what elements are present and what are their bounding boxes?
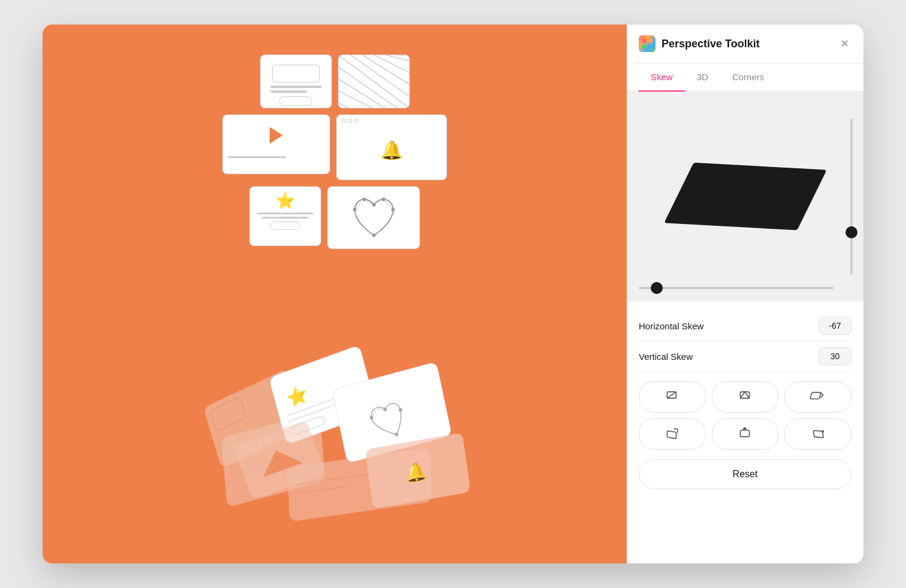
action-btn-2[interactable]: [712, 381, 779, 413]
bell-icon: 🔔: [380, 140, 403, 160]
wf-card-heart: [327, 186, 420, 249]
iso-section: ⭐: [43, 318, 627, 545]
action-btn-4[interactable]: [639, 419, 706, 450]
tab-skew[interactable]: Skew: [639, 63, 685, 92]
horizontal-skew-label: Horizontal Skew: [639, 321, 703, 331]
wireframe-grid: 🔔 ⭐: [222, 54, 447, 249]
wf-card-star: ⭐: [249, 186, 321, 246]
tab-3d[interactable]: 3D: [685, 63, 720, 92]
star-icon: ⭐: [276, 192, 295, 210]
vertical-slider[interactable]: [850, 104, 853, 289]
action-icon-5: [737, 426, 753, 442]
wf-card-text: [260, 54, 332, 108]
vertical-slider-thumb[interactable]: [845, 226, 857, 238]
skewed-preview-rect: [664, 163, 827, 231]
svg-point-14: [363, 198, 366, 201]
svg-line-3: [375, 55, 409, 73]
tabs: Skew 3D Corners: [627, 63, 863, 92]
browser-dots: [337, 115, 446, 126]
toolkit-icon: [639, 35, 656, 52]
wf-row-2: 🔔: [222, 114, 447, 180]
svg-rect-51: [810, 392, 821, 399]
wf-card-hatched: [338, 54, 410, 108]
action-icon-2: [737, 389, 753, 405]
horizontal-slider[interactable]: [639, 287, 833, 289]
left-panel: 🔔 ⭐: [43, 25, 627, 563]
svg-rect-55: [741, 431, 750, 437]
svg-rect-50: [741, 392, 750, 398]
action-btn-1[interactable]: [639, 381, 706, 413]
svg-rect-52: [667, 431, 676, 439]
wf-card-play: [222, 114, 330, 174]
svg-line-9: [339, 103, 351, 108]
action-btn-5[interactable]: [712, 419, 779, 450]
action-icon-4: [665, 426, 680, 442]
svg-line-6: [339, 67, 398, 108]
action-icon-1: [665, 389, 680, 405]
horizontal-slider-track[interactable]: [639, 287, 833, 289]
svg-line-0: [339, 55, 409, 108]
play-icon: [270, 127, 283, 144]
preview-area: [627, 92, 863, 301]
horizontal-skew-row: Horizontal Skew -67: [639, 311, 851, 341]
wf-card-browser: 🔔: [336, 114, 447, 180]
svg-point-47: [648, 44, 653, 49]
reset-button[interactable]: Reset: [639, 459, 851, 489]
svg-line-2: [363, 55, 409, 85]
action-icon-3: [810, 389, 826, 405]
action-buttons-grid: [639, 381, 851, 450]
toolkit-header: Perspective Toolkit ✕: [627, 25, 863, 63]
horizontal-slider-thumb[interactable]: [651, 282, 663, 294]
tab-corners[interactable]: Corners: [720, 63, 776, 92]
wf-row-1: [260, 54, 410, 108]
action-icon-6: [810, 426, 826, 442]
action-btn-6[interactable]: [784, 419, 851, 450]
svg-point-44: [642, 38, 647, 43]
toolkit-title-group: Perspective Toolkit: [639, 35, 760, 52]
vertical-skew-value: 30: [819, 347, 851, 365]
right-panel: Perspective Toolkit ✕ Skew 3D Corners: [627, 25, 863, 563]
vertical-slider-track[interactable]: [850, 119, 853, 274]
svg-point-46: [642, 44, 647, 49]
main-container: 🔔 ⭐: [43, 25, 863, 563]
vertical-skew-label: Vertical Skew: [639, 351, 693, 362]
iso-wrapper: ⭐: [185, 330, 485, 534]
svg-line-4: [386, 55, 409, 61]
controls-section: Horizontal Skew -67 Vertical Skew 30: [627, 301, 863, 563]
action-btn-3[interactable]: [784, 381, 851, 413]
svg-point-15: [382, 198, 385, 201]
wf-row-3: ⭐: [249, 186, 420, 249]
horizontal-skew-value: -67: [819, 317, 851, 335]
svg-line-49: [667, 392, 676, 398]
close-button[interactable]: ✕: [837, 37, 851, 51]
heart-outline-icon: [350, 196, 398, 240]
iso-cards-svg: ⭐: [185, 330, 485, 534]
svg-point-45: [648, 38, 653, 43]
vertical-skew-row: Vertical Skew 30: [639, 341, 851, 372]
toolkit-title: Perspective Toolkit: [662, 38, 760, 50]
svg-point-13: [372, 234, 376, 237]
svg-line-1: [351, 55, 409, 97]
